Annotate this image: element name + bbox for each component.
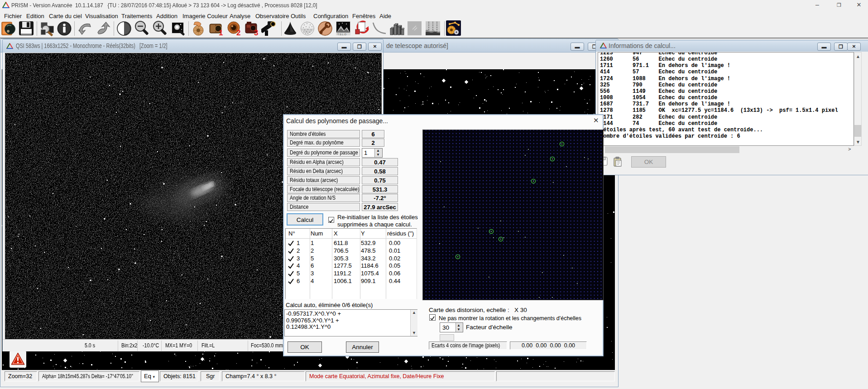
svg-text:T.S.L.O: T.S.L.O (337, 33, 346, 36)
svg-text:2: 2 (236, 29, 240, 37)
svg-text:3: 3 (254, 29, 258, 37)
svg-text:1: 1 (219, 29, 223, 37)
